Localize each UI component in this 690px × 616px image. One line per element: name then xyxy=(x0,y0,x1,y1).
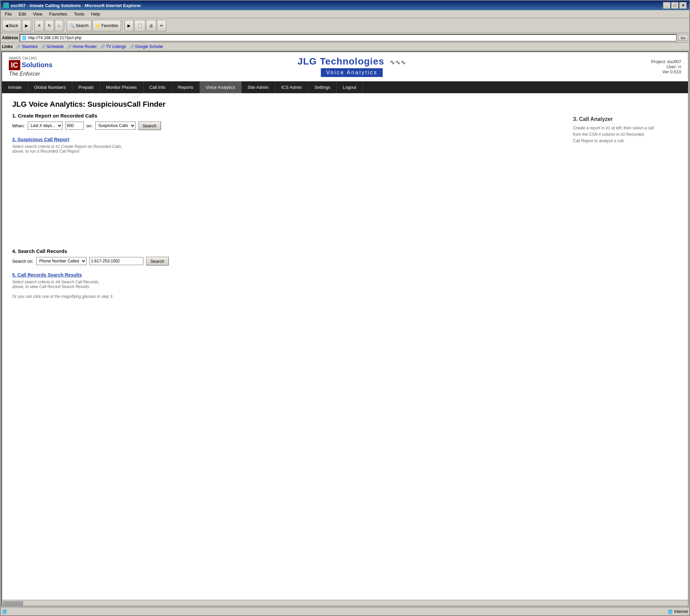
page-title: JLG Voice Analytics: SuspiciousCall Find… xyxy=(12,100,678,109)
media-button[interactable]: ▶ xyxy=(124,20,133,31)
home-button[interactable]: ⌂ xyxy=(55,20,63,31)
nav-global-numbers[interactable]: Global Numbers xyxy=(28,81,72,93)
menu-file[interactable]: File xyxy=(2,11,15,17)
menu-edit[interactable]: Edit xyxy=(16,11,29,17)
nav-logout[interactable]: Logout xyxy=(337,81,363,93)
favorites-toolbar-button[interactable]: ⭐ Favorites xyxy=(92,20,121,31)
link-tv-listings[interactable]: 🔗 TV Listings xyxy=(99,44,127,49)
internet-label: Internet xyxy=(674,609,688,614)
project-label: Project: escfl07 xyxy=(651,59,681,64)
print-button[interactable]: 🖨 xyxy=(146,20,156,31)
nav-bar: Inmate Global Numbers Prepaid Monitor Ph… xyxy=(2,81,688,93)
search-icon: 🔍 xyxy=(70,23,75,28)
separator-3 xyxy=(122,21,123,31)
refresh-icon: ↻ xyxy=(48,23,51,28)
separator-1 xyxy=(33,21,33,31)
title-bar-left: 🌐 escfl07 - Inmate Calling Solutions - M… xyxy=(3,3,141,8)
section3-text1: Create a report in #1 at left; then sele… xyxy=(573,125,674,131)
ie-icon: 🌐 xyxy=(3,3,9,8)
globe-icon: 🌐 xyxy=(668,609,673,614)
link-google-scholar[interactable]: 🔗 Google Scholar xyxy=(128,44,165,49)
link-icon-4: 🔗 xyxy=(100,44,105,49)
menu-help[interactable]: Help xyxy=(88,11,103,17)
menu-bar: File Edit View Favorites Tools Help xyxy=(1,10,689,18)
nav-prepaid[interactable]: Prepaid xyxy=(72,81,100,93)
back-arrow-icon: ◀ xyxy=(5,23,8,28)
menu-tools[interactable]: Tools xyxy=(71,11,87,17)
when-select[interactable]: Last X days... Last 7 days Last 30 days … xyxy=(28,122,63,130)
link-slashdot[interactable]: 🔗 Slashdot xyxy=(15,44,39,49)
address-value: http://74.168.130.217/jscf.php xyxy=(28,36,82,40)
section1-title: 1. Create Report on Recorded Calls xyxy=(12,113,563,118)
search-toolbar-button[interactable]: 🔍 Search xyxy=(67,20,91,31)
stop-button[interactable]: ✕ xyxy=(35,20,44,31)
link-icon-2: 🔗 xyxy=(41,44,46,49)
search-value-input[interactable] xyxy=(89,257,143,265)
address-go-button[interactable]: Go xyxy=(678,35,688,41)
link-schedule[interactable]: 🔗 Schedule xyxy=(40,44,65,49)
maximize-button[interactable]: □ xyxy=(671,2,678,9)
days-input[interactable] xyxy=(65,122,84,130)
section3-text3: Call Report to analyze a call. xyxy=(573,138,674,144)
link-text-3: Home Router xyxy=(73,44,97,49)
when-label: When: xyxy=(12,123,25,128)
back-button[interactable]: ◀ Back xyxy=(2,20,21,31)
logo-ic-box: IC xyxy=(9,60,20,70)
nav-inmate[interactable]: Inmate xyxy=(2,81,28,93)
print-icon: 🖨 xyxy=(149,23,153,28)
section1-search-button[interactable]: Search xyxy=(138,121,161,130)
project-info: Project: escfl07 User: rr Ver 0.510 xyxy=(651,59,681,74)
link-text-4: TV Listings xyxy=(106,44,126,49)
nav-reports[interactable]: Reports xyxy=(172,81,200,93)
logo-top: INMATE CALLING xyxy=(9,57,53,60)
logo-solutions-text: Solutions xyxy=(22,61,53,69)
section3-text2: from the CSN # column in #2 Recorded xyxy=(573,131,674,138)
link-home-router[interactable]: 🔗 Home Router xyxy=(66,44,98,49)
edit-icon: ✏ xyxy=(160,23,163,28)
edit-page-button[interactable]: ✏ xyxy=(157,20,166,31)
nav-voice-analytics[interactable]: Voice Analytics xyxy=(200,81,242,93)
refresh-button[interactable]: ↻ xyxy=(45,20,54,31)
address-input[interactable]: 🌐 http://74.168.130.217/jscf.php xyxy=(20,34,677,42)
close-button[interactable]: ✕ xyxy=(679,2,687,9)
page-title-part1: JLG Voice Analytics: xyxy=(12,100,87,108)
status-item: 🌐 xyxy=(2,609,7,614)
section4-title: 4. Search Call Records xyxy=(12,248,563,254)
menu-view[interactable]: View xyxy=(30,11,45,17)
section5-italic2: above, to view Call Record Search Result… xyxy=(12,284,563,289)
browser-title: escfl07 - Inmate Calling Solutions - Mic… xyxy=(11,3,141,8)
nav-call-info[interactable]: Call Info xyxy=(143,81,172,93)
forward-arrow-icon: ▶ xyxy=(25,23,28,28)
section4-search-button[interactable]: Search xyxy=(146,257,169,265)
h-scrollbar[interactable] xyxy=(2,600,688,606)
content-layout: 1. Create Report on Recorded Calls When:… xyxy=(12,113,678,306)
forward-button[interactable]: ▶ xyxy=(22,20,31,31)
minimize-button[interactable]: _ xyxy=(663,2,670,9)
nav-site-admin[interactable]: Site Admin xyxy=(242,81,275,93)
logo-section: INMATE CALLING IC Solutions The Enforcer xyxy=(9,57,53,77)
scrollbar-thumb[interactable] xyxy=(3,601,23,606)
nav-settings[interactable]: Settings xyxy=(308,81,337,93)
link-icon-3: 🔗 xyxy=(67,44,72,49)
main-content: JLG Voice Analytics: SuspiciousCall Find… xyxy=(2,93,688,600)
section2-title: 2. Suspicious Call Report xyxy=(12,137,563,142)
separator-2 xyxy=(65,21,65,31)
section4-block: 4. Search Call Records Search on: Phone … xyxy=(12,248,563,265)
browser-window: 🌐 escfl07 - Inmate Calling Solutions - M… xyxy=(0,0,690,616)
copy-button[interactable]: 📋 xyxy=(134,20,145,31)
search-on-select[interactable]: Phone Number Called Inmate Name CSN Numb… xyxy=(36,257,86,265)
center-logo: JLG Technologies ∿∿∿ Voice Analytics xyxy=(297,56,406,77)
address-bar: Address 🌐 http://74.168.130.217/jscf.php… xyxy=(1,33,689,43)
link-icon-5: 🔗 xyxy=(129,44,134,49)
stop-icon: ✕ xyxy=(38,23,41,28)
waveform-icon: ∿∿∿ xyxy=(390,59,406,66)
search-toolbar-label: Search xyxy=(76,23,88,28)
menu-favorites[interactable]: Favorites xyxy=(46,11,70,17)
app-header: INMATE CALLING IC Solutions The Enforcer… xyxy=(2,52,688,81)
on-select[interactable]: Suspicious Calls All Calls Flagged Calls xyxy=(95,122,135,130)
nav-ics-admin[interactable]: ICS Admin xyxy=(275,81,308,93)
link-text-5: Google Scholar xyxy=(135,44,163,49)
left-content: 1. Create Report on Recorded Calls When:… xyxy=(12,113,563,306)
nav-monitor-phones[interactable]: Monitor Phones xyxy=(100,81,143,93)
status-bar: 🌐 🌐 Internet xyxy=(1,607,689,615)
